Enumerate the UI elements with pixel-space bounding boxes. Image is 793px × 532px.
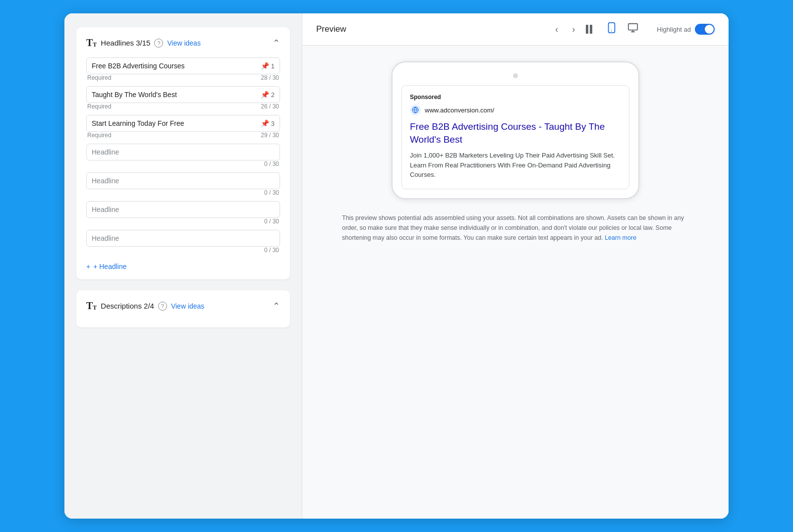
headline-meta-4: 0 / 30 bbox=[86, 160, 280, 167]
highlight-label: Highlight ad bbox=[657, 26, 691, 33]
headline-input-wrapper-2: 📌2 bbox=[86, 86, 280, 103]
headline-row-7: 0 / 30 bbox=[86, 230, 280, 254]
sponsored-label: Sponsored bbox=[410, 94, 621, 101]
headline-meta-7: 0 / 30 bbox=[86, 247, 280, 254]
preview-body: Sponsored www.adconversion.com/ Free B2B… bbox=[302, 46, 729, 519]
device-icons bbox=[604, 21, 641, 37]
descriptions-header-left: TT Descriptions 2/4 ? View ideas bbox=[86, 300, 204, 312]
main-container: TT Headlines 3/15 ? View ideas ⌃ 📌1Requi… bbox=[64, 13, 729, 519]
headlines-container: 📌1Required28 / 30📌2Required26 / 30📌3Requ… bbox=[86, 57, 280, 254]
headlines-view-ideas-link[interactable]: View ideas bbox=[167, 39, 200, 47]
headline-input-1[interactable] bbox=[92, 62, 257, 70]
headline-charcount-4: 0 / 30 bbox=[264, 160, 279, 167]
left-panel: TT Headlines 3/15 ? View ideas ⌃ 📌1Requi… bbox=[64, 13, 302, 519]
pin-badge-2: 📌2 bbox=[261, 91, 275, 99]
preview-title: Preview bbox=[316, 24, 346, 34]
headline-meta-3: Required29 / 30 bbox=[86, 132, 280, 139]
descriptions-title: Descriptions 2/4 bbox=[101, 302, 154, 310]
headline-input-wrapper-3: 📌3 bbox=[86, 115, 280, 132]
headline-row-5: 0 / 30 bbox=[86, 172, 280, 196]
headline-row-1: 📌1Required28 / 30 bbox=[86, 57, 280, 81]
mobile-device-icon[interactable] bbox=[604, 21, 619, 37]
right-panel: Preview ‹ › Highlight ad bbox=[302, 13, 729, 519]
preview-next-button[interactable]: › bbox=[569, 22, 578, 37]
ad-headline[interactable]: Free B2B Advertising Courses - Taught By… bbox=[410, 120, 621, 146]
pin-badge-1: 📌1 bbox=[261, 62, 275, 70]
preview-header: Preview ‹ › Highlight ad bbox=[302, 13, 729, 46]
highlight-section: Highlight ad bbox=[657, 24, 715, 35]
descriptions-view-ideas-link[interactable]: View ideas bbox=[171, 302, 204, 310]
add-headline-button[interactable]: + + Headline bbox=[86, 259, 127, 272]
headline-input-wrapper-5 bbox=[86, 172, 280, 189]
phone-notch bbox=[401, 71, 629, 80]
headline-row-4: 0 / 30 bbox=[86, 144, 280, 167]
learn-more-link[interactable]: Learn more bbox=[605, 234, 636, 241]
svg-point-1 bbox=[611, 31, 612, 32]
pin-icon-3[interactable]: 📌 bbox=[261, 119, 269, 127]
ad-url-row: www.adconversion.com/ bbox=[410, 105, 621, 115]
headline-required-1: Required bbox=[87, 74, 112, 81]
headline-required-2: Required bbox=[87, 103, 112, 110]
headline-charcount-2: 26 / 30 bbox=[261, 103, 279, 110]
toggle-thumb bbox=[705, 25, 714, 34]
preview-disclaimer: This preview shows potential ads assembl… bbox=[342, 213, 689, 243]
descriptions-help-icon[interactable]: ? bbox=[158, 302, 167, 311]
headline-charcount-3: 29 / 30 bbox=[261, 132, 279, 139]
globe-icon bbox=[410, 105, 421, 115]
headlines-section: TT Headlines 3/15 ? View ideas ⌃ 📌1Requi… bbox=[76, 27, 290, 279]
headline-charcount-6: 0 / 30 bbox=[264, 218, 279, 225]
headline-charcount-1: 28 / 30 bbox=[261, 74, 279, 81]
headline-input-4[interactable] bbox=[92, 148, 275, 156]
headline-input-5[interactable] bbox=[92, 177, 275, 185]
headline-meta-6: 0 / 30 bbox=[86, 218, 280, 225]
headline-input-2[interactable] bbox=[92, 91, 257, 99]
headline-meta-2: Required26 / 30 bbox=[86, 103, 280, 110]
headline-charcount-5: 0 / 30 bbox=[264, 189, 279, 196]
phone-notch-circle bbox=[513, 73, 518, 78]
ad-card: Sponsored www.adconversion.com/ Free B2B… bbox=[401, 85, 629, 189]
pin-num-2: 2 bbox=[271, 91, 275, 99]
headlines-collapse-icon[interactable]: ⌃ bbox=[273, 38, 280, 49]
headlines-help-icon[interactable]: ? bbox=[154, 39, 163, 48]
headlines-section-header: TT Headlines 3/15 ? View ideas ⌃ bbox=[86, 37, 280, 49]
desktop-device-icon[interactable] bbox=[625, 21, 641, 37]
pin-num-3: 3 bbox=[271, 120, 275, 127]
headline-input-wrapper-1: 📌1 bbox=[86, 57, 280, 74]
headline-meta-5: 0 / 30 bbox=[86, 189, 280, 196]
phone-frame: Sponsored www.adconversion.com/ Free B2B… bbox=[392, 61, 639, 199]
headline-charcount-7: 0 / 30 bbox=[264, 247, 279, 254]
svg-rect-2 bbox=[628, 24, 637, 30]
pin-num-1: 1 bbox=[271, 62, 275, 70]
ad-url: www.adconversion.com/ bbox=[425, 106, 494, 114]
descriptions-section-header: TT Descriptions 2/4 ? View ideas ⌃ bbox=[86, 300, 280, 312]
headline-meta-1: Required28 / 30 bbox=[86, 74, 280, 81]
headlines-title: Headlines 3/15 bbox=[101, 39, 150, 47]
highlight-toggle[interactable] bbox=[695, 24, 715, 35]
headline-row-3: 📌3Required29 / 30 bbox=[86, 115, 280, 139]
tt-icon: TT bbox=[86, 37, 97, 49]
pin-badge-3: 📌3 bbox=[261, 119, 275, 127]
headline-input-6[interactable] bbox=[92, 206, 275, 213]
columns-view-icon[interactable] bbox=[586, 25, 592, 34]
descriptions-collapse-icon[interactable]: ⌃ bbox=[273, 301, 280, 312]
add-headline-label: + Headline bbox=[93, 263, 126, 270]
desc-tt-icon: TT bbox=[86, 300, 97, 312]
headline-input-wrapper-7 bbox=[86, 230, 280, 247]
ad-description: Join 1,000+ B2B Marketers Leveling Up Th… bbox=[410, 151, 621, 180]
headline-input-wrapper-4 bbox=[86, 144, 280, 160]
headline-row-6: 0 / 30 bbox=[86, 201, 280, 225]
headline-input-wrapper-6 bbox=[86, 201, 280, 218]
headline-input-7[interactable] bbox=[92, 234, 275, 242]
headline-row-2: 📌2Required26 / 30 bbox=[86, 86, 280, 110]
pin-icon-1[interactable]: 📌 bbox=[261, 62, 269, 70]
preview-prev-button[interactable]: ‹ bbox=[552, 22, 561, 37]
headline-required-3: Required bbox=[87, 132, 112, 139]
headline-input-3[interactable] bbox=[92, 119, 257, 127]
add-headline-plus-icon: + bbox=[86, 263, 90, 270]
descriptions-section: TT Descriptions 2/4 ? View ideas ⌃ bbox=[76, 290, 290, 327]
headlines-header-left: TT Headlines 3/15 ? View ideas bbox=[86, 37, 201, 49]
pin-icon-2[interactable]: 📌 bbox=[261, 91, 269, 99]
